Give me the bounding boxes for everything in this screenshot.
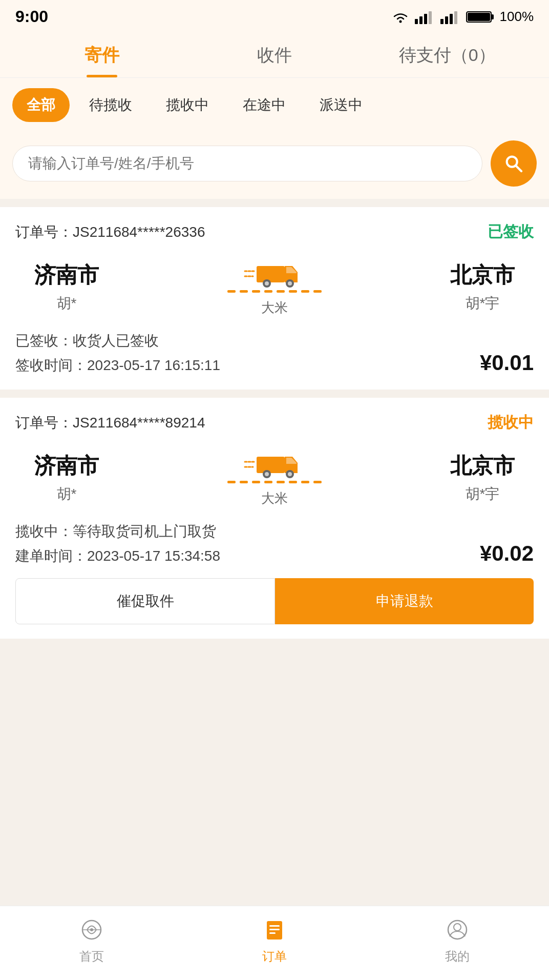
svg-rect-6 [445, 16, 448, 24]
order-detail-2: 揽收中：等待取货司机上门取货 建单时间：2023-05-17 15:34:58 [15, 522, 220, 566]
order-status-2: 揽收中 [488, 412, 534, 433]
from-city-name-1: 济南市 [15, 261, 118, 290]
filter-bar: 全部 待揽收 揽收中 在途中 派送中 [0, 78, 549, 132]
svg-point-18 [265, 281, 269, 285]
main-tab-bar: 寄件 收件 待支付（0） [0, 31, 549, 78]
route-middle-2: 大米 [118, 447, 431, 507]
from-city-2: 济南市 胡* [15, 452, 118, 504]
content-area: 订单号：JS211684*****26336 已签收 济南市 胡* [0, 199, 549, 655]
truck-container-2 [227, 447, 322, 483]
filter-waiting[interactable]: 待揽收 [75, 88, 146, 122]
partial-actions: 催促取件 申请退款 [15, 578, 534, 624]
signal-icon-2 [440, 10, 461, 24]
order-route-2: 济南市 胡* [15, 447, 534, 507]
nav-profile-label: 我的 [445, 948, 470, 965]
from-person-2: 胡* [15, 484, 118, 504]
route-middle-1: 大米 [118, 257, 431, 317]
status-time: 9:00 [15, 7, 48, 26]
route-dashes-1 [227, 290, 322, 293]
svg-point-35 [454, 924, 461, 931]
filter-transit[interactable]: 在途中 [228, 88, 300, 122]
order-price-2: ¥0.02 [480, 541, 534, 566]
to-person-1: 胡*宇 [431, 294, 534, 313]
svg-point-0 [399, 20, 402, 23]
status-desc-1: 已签收：收货人已签收 [15, 331, 220, 351]
to-city-name-1: 北京市 [431, 261, 534, 290]
status-icons: 100% [391, 9, 534, 25]
from-city-1: 济南市 胡* [15, 261, 118, 313]
nav-order-label: 订单 [262, 948, 287, 965]
svg-rect-5 [440, 19, 444, 24]
to-city-1: 北京市 胡*宇 [431, 261, 534, 313]
svg-rect-4 [429, 11, 432, 24]
order-info-2: 揽收中：等待取货司机上门取货 建单时间：2023-05-17 15:34:58 … [15, 522, 534, 566]
order-card-1: 订单号：JS211684*****26336 已签收 济南市 胡* [0, 207, 549, 390]
nav-home[interactable]: 首页 [0, 906, 183, 970]
urge-pickup-button[interactable]: 催促取件 [15, 578, 275, 624]
search-icon [503, 153, 524, 174]
svg-rect-2 [419, 16, 423, 24]
svg-rect-31 [269, 925, 280, 927]
svg-rect-7 [450, 14, 453, 24]
order-route-1: 济南市 胡* [15, 257, 534, 317]
svg-rect-33 [269, 932, 276, 934]
profile-icon [443, 915, 472, 944]
tab-receive[interactable]: 收件 [188, 31, 361, 77]
svg-point-27 [288, 472, 292, 476]
truck-icon-1 [244, 257, 305, 290]
svg-line-13 [516, 166, 521, 171]
goods-label-1: 大米 [261, 299, 288, 317]
battery-percentage: 100% [500, 9, 534, 25]
nav-profile[interactable]: 我的 [366, 906, 549, 970]
order-price-1: ¥0.01 [480, 351, 534, 375]
signal-icon [415, 10, 435, 24]
svg-rect-8 [454, 11, 457, 24]
from-city-name-2: 济南市 [15, 452, 118, 480]
search-section [0, 132, 549, 199]
svg-point-25 [265, 472, 269, 476]
filter-collecting[interactable]: 揽收中 [152, 88, 223, 122]
order-header-2: 订单号：JS211684*****89214 揽收中 [15, 412, 534, 433]
battery-icon [466, 10, 495, 24]
wifi-icon [391, 10, 410, 24]
search-button[interactable] [491, 140, 537, 187]
svg-rect-10 [491, 14, 494, 19]
nav-home-label: 首页 [79, 948, 104, 965]
truck-icon-2 [244, 447, 305, 481]
goods-label-2: 大米 [261, 489, 288, 507]
order-detail-1: 已签收：收货人已签收 签收时间：2023-05-17 16:15:11 [15, 331, 220, 375]
home-icon [77, 915, 106, 944]
filter-all[interactable]: 全部 [12, 88, 70, 122]
svg-rect-3 [424, 14, 427, 24]
to-person-2: 胡*宇 [431, 484, 534, 504]
order-info-1: 已签收：收货人已签收 签收时间：2023-05-17 16:15:11 ¥0.0… [15, 331, 534, 375]
status-bar: 9:00 100% [0, 0, 549, 31]
svg-rect-16 [257, 266, 285, 282]
svg-rect-1 [415, 19, 418, 24]
bottom-nav: 首页 订单 我的 [0, 906, 549, 980]
to-city-name-2: 北京市 [431, 452, 534, 480]
order-number-2: 订单号：JS211684*****89214 [15, 413, 205, 433]
filter-delivering[interactable]: 派送中 [305, 88, 377, 122]
search-input[interactable] [28, 155, 467, 172]
order-status-1: 已签收 [488, 221, 534, 242]
refund-button[interactable]: 申请退款 [275, 578, 534, 624]
to-city-2: 北京市 胡*宇 [431, 452, 534, 504]
order-number-1: 订单号：JS211684*****26336 [15, 222, 205, 242]
svg-rect-32 [269, 929, 280, 930]
tab-send[interactable]: 寄件 [15, 31, 188, 77]
truck-container-1 [227, 257, 322, 293]
svg-rect-23 [257, 457, 285, 473]
status-desc-2: 揽收中：等待取货司机上门取货 [15, 522, 220, 541]
order-header-1: 订单号：JS211684*****26336 已签收 [15, 221, 534, 242]
time-1: 签收时间：2023-05-17 16:15:11 [15, 356, 220, 375]
route-dashes-2 [227, 481, 322, 483]
nav-order[interactable]: 订单 [183, 906, 366, 970]
from-person-1: 胡* [15, 294, 118, 313]
svg-point-20 [288, 281, 292, 285]
tab-pending-payment[interactable]: 待支付（0） [361, 31, 534, 77]
svg-rect-11 [468, 13, 490, 21]
order-icon [260, 915, 289, 944]
search-input-wrap [12, 146, 482, 181]
time-2: 建单时间：2023-05-17 15:34:58 [15, 546, 220, 566]
